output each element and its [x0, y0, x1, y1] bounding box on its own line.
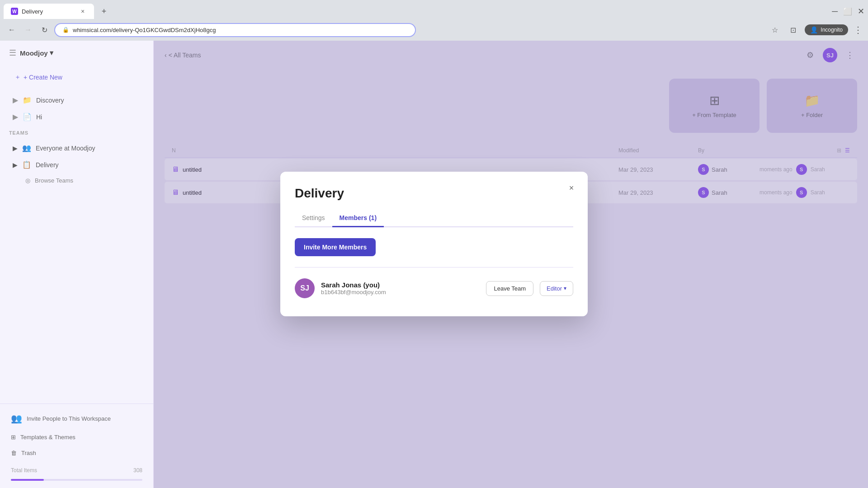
templates-item[interactable]: ⊞ Templates & Themes — [7, 430, 146, 444]
bookmark-icon[interactable]: ☆ — [769, 23, 781, 36]
window-maximize[interactable]: ⬜ — [843, 7, 852, 16]
folder-icon: ▶ — [13, 96, 18, 104]
modal-title: Delivery — [295, 186, 573, 201]
member-name: Sarah Jonas (you) — [321, 281, 480, 289]
team-everyone-label: Everyone at Moodjoy — [36, 145, 95, 152]
url-bar[interactable]: 🔒 whimsical.com/delivery-Qo1GKCGwdDSm2dX… — [54, 23, 416, 37]
tab-close-btn[interactable]: × — [79, 7, 87, 15]
lock-icon: 🔒 — [62, 27, 69, 33]
refresh-btn[interactable]: ↻ — [38, 23, 51, 36]
new-tab-btn[interactable]: + — [98, 5, 110, 18]
team-delivery-icon: 📋 — [22, 160, 31, 169]
tab-settings[interactable]: Settings — [295, 210, 332, 227]
sidebar-bottom: 👥 Invite People to This Workspace ⊞ Temp… — [0, 404, 153, 488]
workspace-chevron: ▾ — [50, 49, 53, 57]
sidebar-menu-icon[interactable]: ☰ — [9, 48, 16, 58]
browse-icon: ◎ — [25, 177, 30, 184]
forward-btn[interactable]: → — [22, 23, 34, 36]
incognito-btn[interactable]: 👤 Incognito — [805, 24, 848, 35]
teams-section-header: TEAMS — [0, 126, 153, 137]
templates-label: Templates & Themes — [20, 434, 75, 441]
tab-members[interactable]: Members (1) — [332, 210, 384, 227]
sidebar-item-label: 📁 — [23, 96, 32, 104]
sidebar-item-discovery[interactable]: ▶ 📁 Discovery — [4, 92, 150, 108]
templates-icon: ⊞ — [11, 434, 16, 441]
storage-progress — [11, 479, 142, 481]
window-minimize[interactable]: ─ — [832, 7, 838, 16]
invite-icon: 👥 — [11, 413, 22, 424]
active-tab[interactable]: W Delivery × — [4, 4, 94, 19]
browse-teams-item[interactable]: ◎ Browse Teams — [4, 174, 150, 188]
member-info: Sarah Jonas (you) b1b643bf@moodjoy.com — [321, 281, 480, 296]
browse-label: Browse Teams — [35, 177, 73, 184]
sidebar-item-hi[interactable]: ▶ 📄 Hi — [4, 109, 150, 125]
teams-label: TEAMS — [9, 130, 28, 136]
create-new-btn[interactable]: ＋ + Create New — [7, 69, 146, 86]
leave-team-btn[interactable]: Leave Team — [486, 281, 533, 296]
role-dropdown[interactable]: Editor ▾ — [540, 281, 573, 296]
incognito-avatar: 👤 — [810, 26, 818, 33]
sidebar-header: ☰ Moodjoy ▾ — [0, 41, 153, 65]
sidebar-toggle-icon[interactable]: ⊡ — [787, 23, 799, 36]
modal-tabs: Settings Members (1) — [295, 210, 573, 227]
progress-fill — [11, 479, 44, 481]
team-item-everyone[interactable]: ▶ 👥 Everyone at Moodjoy — [4, 140, 150, 156]
doc-chevron: ▶ — [13, 113, 18, 121]
team-chevron: ▶ — [13, 145, 18, 152]
teams-section: ▶ 👥 Everyone at Moodjoy ▶ 📋 Delivery ◎ B… — [0, 137, 153, 190]
trash-label: Trash — [21, 450, 36, 456]
team-delivery-label: Delivery — [36, 161, 59, 169]
discovery-label: Discovery — [36, 97, 64, 104]
window-close[interactable]: ✕ — [858, 6, 864, 16]
team-everyone-icon: 👥 — [22, 144, 31, 152]
invite-section[interactable]: 👥 Invite People to This Workspace — [7, 409, 146, 427]
incognito-label: Incognito — [821, 27, 843, 33]
total-items-label: Total Items — [11, 467, 37, 474]
tab-favicon: W — [11, 8, 18, 15]
tab-title: Delivery — [22, 8, 43, 15]
address-bar: ← → ↻ 🔒 whimsical.com/delivery-Qo1GKCGwd… — [0, 19, 868, 41]
doc-icon: 📄 — [23, 113, 32, 121]
url-text: whimsical.com/delivery-Qo1GKCGwdDSm2dXjH… — [73, 27, 216, 33]
team-item-delivery[interactable]: ▶ 📋 Delivery — [4, 157, 150, 173]
browser-menu-icon[interactable]: ⋮ — [854, 24, 863, 35]
create-new-icon: ＋ — [14, 73, 21, 81]
invite-label: Invite People to This Workspace — [27, 415, 111, 422]
invite-more-members-btn[interactable]: Invite More Members — [295, 238, 376, 256]
toolbar-right: ☆ ⊡ 👤 Incognito ⋮ — [769, 23, 863, 36]
total-items-count: 308 — [133, 467, 142, 474]
divider — [295, 267, 573, 267]
sidebar: ☰ Moodjoy ▾ ＋ + Create New ▶ 📁 Discovery… — [0, 41, 154, 488]
create-new-label: + Create New — [24, 74, 62, 81]
role-label: Editor — [547, 285, 562, 292]
tab-bar: W Delivery × + ─ ⬜ ✕ — [0, 0, 868, 19]
member-row: SJ Sarah Jonas (you) b1b643bf@moodjoy.co… — [295, 275, 573, 302]
back-btn[interactable]: ← — [5, 23, 18, 36]
trash-icon: 🗑 — [11, 450, 17, 456]
workspace-name[interactable]: Moodjoy ▾ — [20, 49, 53, 57]
dropdown-chevron: ▾ — [564, 285, 566, 291]
trash-item[interactable]: 🗑 Trash — [7, 446, 146, 460]
sidebar-nav: ▶ 📁 Discovery ▶ 📄 Hi TEAMS ▶ 👥 Everyone … — [0, 89, 153, 404]
team-delivery-chevron: ▶ — [13, 161, 18, 169]
modal-close-btn[interactable]: × — [564, 181, 579, 195]
team-settings-modal: × Delivery Settings Members (1) Invite M… — [280, 172, 588, 316]
member-avatar: SJ — [295, 278, 315, 298]
total-items: Total Items 308 — [7, 464, 146, 477]
browser-chrome: W Delivery × + ─ ⬜ ✕ ← → ↻ 🔒 whimsical.c… — [0, 0, 868, 41]
member-email: b1b643bf@moodjoy.com — [321, 289, 480, 296]
hi-label: Hi — [36, 113, 42, 121]
